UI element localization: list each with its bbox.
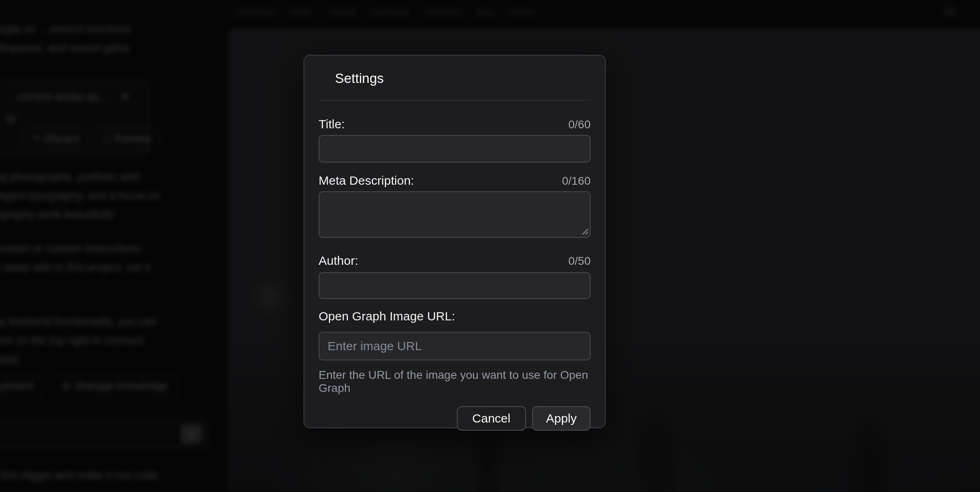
app-screen: preview skills visual manage torrents ap…: [0, 0, 980, 492]
og-image-url-label: Open Graph Image URL:: [319, 309, 455, 324]
title-field-row: Title: 0/60: [319, 117, 591, 132]
author-label: Author:: [319, 253, 358, 268]
meta-description-char-counter: 0/160: [562, 174, 591, 188]
title-label: Title:: [319, 117, 345, 132]
author-field-row: Author: 0/50: [319, 253, 591, 268]
meta-description-wrap: [319, 191, 591, 238]
modal-button-row: Cancel Apply: [319, 406, 591, 431]
settings-modal: Settings Title: 0/60 Meta Description: 0…: [303, 55, 606, 428]
title-field[interactable]: [319, 135, 591, 163]
meta-description-label: Meta Description:: [319, 173, 414, 188]
resize-handle-icon[interactable]: [580, 226, 589, 235]
cancel-button[interactable]: Cancel: [457, 406, 526, 431]
meta-description-field-row: Meta Description: 0/160: [319, 173, 591, 188]
modal-title: Settings: [319, 56, 591, 87]
apply-button[interactable]: Apply: [532, 406, 591, 431]
og-image-url-row: Open Graph Image URL:: [319, 309, 591, 324]
author-field[interactable]: [319, 272, 591, 299]
modal-divider: [319, 100, 591, 101]
og-helper-text: Enter the URL of the image you want to u…: [319, 369, 591, 395]
author-char-counter: 0/50: [569, 255, 591, 268]
title-char-counter: 0/60: [569, 118, 591, 131]
og-image-url-field[interactable]: [319, 332, 591, 360]
meta-description-field[interactable]: [319, 191, 591, 238]
